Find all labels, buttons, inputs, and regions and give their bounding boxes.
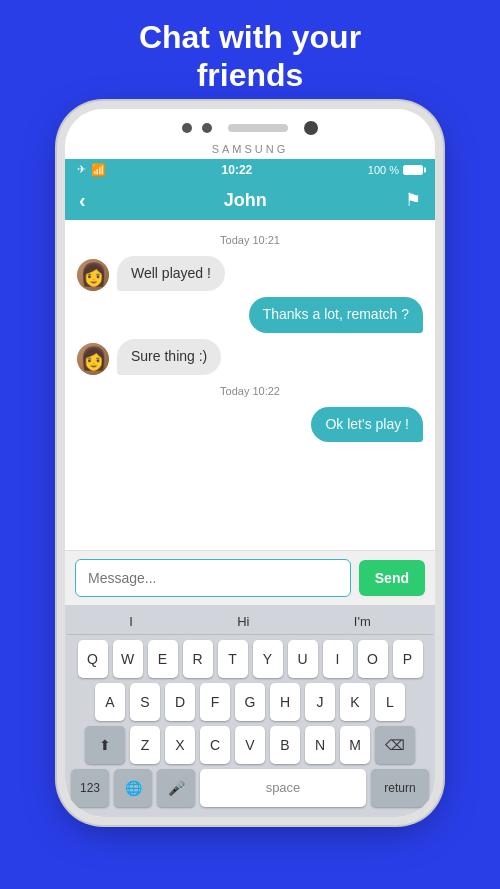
- bubble-right-1: Thanks a lot, rematch ?: [249, 297, 423, 333]
- avatar: [77, 343, 109, 375]
- key-a[interactable]: A: [95, 683, 125, 721]
- keyboard-row-2: A S D F G H J K L: [67, 683, 433, 721]
- suggestion-2[interactable]: Hi: [237, 614, 249, 629]
- status-left: ✈ 📶: [77, 163, 106, 177]
- phone-frame: SAMSUNG ✈ 📶 10:22 100 % ‹ John ⚑ Today 1…: [65, 109, 435, 817]
- keyboard-row-bottom: 123 🌐 🎤 space return: [67, 769, 433, 807]
- battery-icon: [403, 165, 423, 175]
- return-key[interactable]: return: [371, 769, 429, 807]
- wifi-icon: 📶: [91, 163, 106, 177]
- battery-fill: [404, 166, 422, 174]
- speaker: [228, 124, 288, 132]
- key-t[interactable]: T: [218, 640, 248, 678]
- key-v[interactable]: V: [235, 726, 265, 764]
- mic-key[interactable]: 🎤: [157, 769, 195, 807]
- key-w[interactable]: W: [113, 640, 143, 678]
- key-x[interactable]: X: [165, 726, 195, 764]
- avatar: [77, 259, 109, 291]
- message-row: Sure thing :): [77, 339, 423, 375]
- camera-right-icon: [202, 123, 212, 133]
- key-c[interactable]: C: [200, 726, 230, 764]
- suggestion-1[interactable]: I: [129, 614, 133, 629]
- key-q[interactable]: Q: [78, 640, 108, 678]
- timestamp-2: Today 10:22: [77, 385, 423, 397]
- key-l[interactable]: L: [375, 683, 405, 721]
- phone-wrapper: SAMSUNG ✈ 📶 10:22 100 % ‹ John ⚑ Today 1…: [0, 109, 500, 817]
- flag-icon[interactable]: ⚑: [405, 189, 421, 211]
- chat-contact-name: John: [224, 190, 267, 211]
- message-input-area: Send: [65, 550, 435, 605]
- keyboard: I Hi I'm Q W E R T Y U I O P A S D: [65, 605, 435, 817]
- timestamp-1: Today 10:21: [77, 234, 423, 246]
- status-right: 100 %: [368, 164, 423, 176]
- samsung-label: SAMSUNG: [65, 143, 435, 159]
- message-row: Well played !: [77, 256, 423, 292]
- space-key[interactable]: space: [200, 769, 366, 807]
- key-r[interactable]: R: [183, 640, 213, 678]
- key-u[interactable]: U: [288, 640, 318, 678]
- key-i[interactable]: I: [323, 640, 353, 678]
- key-m[interactable]: M: [340, 726, 370, 764]
- key-j[interactable]: J: [305, 683, 335, 721]
- emoji-key[interactable]: 🌐: [114, 769, 152, 807]
- backspace-key[interactable]: ⌫: [375, 726, 415, 764]
- key-k[interactable]: K: [340, 683, 370, 721]
- front-camera-icon: [304, 121, 318, 135]
- page-title: Chat with your friends: [0, 0, 500, 109]
- key-f[interactable]: F: [200, 683, 230, 721]
- bubble-left-2: Sure thing :): [117, 339, 221, 375]
- key-n[interactable]: N: [305, 726, 335, 764]
- keyboard-suggestions: I Hi I'm: [67, 609, 433, 635]
- avatar-image: [77, 343, 109, 375]
- key-y[interactable]: Y: [253, 640, 283, 678]
- message-input[interactable]: [75, 559, 351, 597]
- chat-header: ‹ John ⚑: [65, 181, 435, 220]
- send-button[interactable]: Send: [359, 560, 425, 596]
- suggestion-3[interactable]: I'm: [354, 614, 371, 629]
- avatar-image: [77, 259, 109, 291]
- numbers-key[interactable]: 123: [71, 769, 109, 807]
- key-e[interactable]: E: [148, 640, 178, 678]
- back-button[interactable]: ‹: [79, 189, 86, 212]
- bubble-left-1: Well played !: [117, 256, 225, 292]
- keyboard-row-3: ⬆ Z X C V B N M ⌫: [67, 726, 433, 764]
- key-o[interactable]: O: [358, 640, 388, 678]
- keyboard-row-1: Q W E R T Y U I O P: [67, 640, 433, 678]
- phone-top-bar: [65, 109, 435, 143]
- key-s[interactable]: S: [130, 683, 160, 721]
- camera-left-icon: [182, 123, 192, 133]
- message-row: Ok let's play !: [77, 407, 423, 443]
- airplane-icon: ✈: [77, 163, 86, 176]
- key-b[interactable]: B: [270, 726, 300, 764]
- key-h[interactable]: H: [270, 683, 300, 721]
- key-z[interactable]: Z: [130, 726, 160, 764]
- key-p[interactable]: P: [393, 640, 423, 678]
- key-d[interactable]: D: [165, 683, 195, 721]
- status-bar: ✈ 📶 10:22 100 %: [65, 159, 435, 181]
- chat-body: Today 10:21 Well played ! Thanks a lot, …: [65, 220, 435, 550]
- shift-key[interactable]: ⬆: [85, 726, 125, 764]
- bubble-right-2: Ok let's play !: [311, 407, 423, 443]
- status-time: 10:22: [222, 163, 253, 177]
- message-row: Thanks a lot, rematch ?: [77, 297, 423, 333]
- battery-label: 100 %: [368, 164, 399, 176]
- key-g[interactable]: G: [235, 683, 265, 721]
